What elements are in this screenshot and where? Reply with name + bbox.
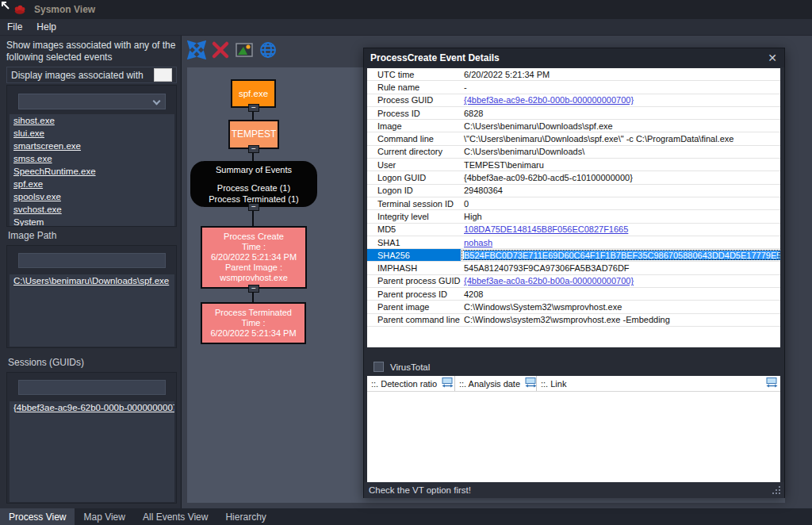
web-lookup-icon[interactable]: [258, 40, 278, 60]
virustotal-checkbox[interactable]: [373, 362, 384, 372]
detail-value: 6828: [461, 107, 780, 119]
vt-column-label: ::. Analysis date: [459, 379, 520, 389]
node-line: Process Create (1): [217, 182, 290, 194]
fit-view-icon[interactable]: [186, 40, 207, 60]
detail-row[interactable]: Logon ID29480364: [367, 185, 780, 197]
display-images-checkbox[interactable]: [154, 68, 172, 82]
sessions-group: {4bbef3ae-ac9e-62b0-000b-0000000007: [6, 372, 177, 504]
vt-column-header[interactable]: ::. Analysis date: [455, 376, 537, 391]
detail-label: MD5: [367, 224, 461, 236]
detail-label: SHA1: [367, 236, 461, 248]
node-line: 6/20/2022 5:21:34 PM: [211, 252, 297, 262]
collapse-toggle-icon[interactable]: [248, 145, 259, 153]
detail-row[interactable]: Parent process ID4208: [367, 288, 780, 301]
detail-row[interactable]: Parent command lineC:\Windows\system32\w…: [367, 314, 780, 327]
column-resize-icon[interactable]: [761, 377, 778, 389]
detail-row[interactable]: Process GUID{4bbef3ae-ac9e-62b0-000b-000…: [367, 94, 780, 107]
detail-row[interactable]: Process ID6828: [367, 107, 780, 120]
detail-row[interactable]: Integrity levelHigh: [367, 210, 780, 223]
tab-all-events-view[interactable]: All Events View: [134, 508, 216, 525]
sessions-list: {4bbef3ae-ac9e-62b0-000b-0000000007: [10, 401, 174, 502]
image-path-filter-input[interactable]: [18, 253, 166, 268]
resize-grip[interactable]: [779, 486, 780, 488]
detail-row[interactable]: Logon GUID{4bbef3ae-ac09-62b0-acd5-c1010…: [367, 171, 780, 184]
sessions-label: Sessions (GUIDs): [8, 357, 84, 368]
image-list-item[interactable]: smss.exe: [10, 152, 174, 165]
detail-row[interactable]: Current directoryC:\Users\benimaru\Downl…: [367, 146, 780, 159]
detail-value: -: [461, 81, 780, 93]
sessions-filter-input[interactable]: [18, 380, 166, 395]
collapse-toggle-icon[interactable]: [248, 203, 259, 211]
detail-value-link[interactable]: 108DA75DE148145B8F056EC0827F1665: [464, 224, 628, 234]
tab-hierarchy[interactable]: Hierarchy: [216, 508, 274, 525]
detail-row[interactable]: ImageC:\Users\benimaru\Downloads\spf.exe: [367, 120, 780, 132]
process-terminated-node[interactable]: Process TerminatedTime :6/20/2022 5:21:3…: [201, 302, 306, 344]
menu-item-help[interactable]: Help: [29, 20, 63, 34]
image-combo[interactable]: [18, 94, 166, 109]
detail-value: \"C:\Users\benimaru\Downloads\spf.exe\" …: [461, 132, 780, 144]
detail-row[interactable]: Parent imageC:\Windows\System32\wsmprovh…: [367, 301, 780, 313]
detail-value-link[interactable]: {4bbef3ae-ac9e-62b0-000b-000000000700}: [464, 95, 634, 105]
image-list-item[interactable]: spf.exe: [10, 178, 174, 190]
detail-label: Current directory: [367, 146, 461, 158]
detail-row[interactable]: Terminal session ID0: [367, 197, 780, 210]
vt-column-header[interactable]: ::. Detection ratio: [367, 376, 455, 391]
detail-row[interactable]: SHA1nohash: [367, 236, 780, 249]
mouse-cursor-icon: [0, 0, 10, 10]
image-list-item[interactable]: slui.exe: [10, 127, 174, 140]
tab-process-view[interactable]: Process View: [0, 508, 75, 525]
process-create-node[interactable]: Process CreateTime :6/20/2022 5:21:34 PM…: [201, 226, 307, 289]
app-window: Sysmon View FileHelp Show images associa…: [0, 0, 812, 525]
image-path-item[interactable]: C:\Users\benimaru\Downloads\spf.exe: [10, 274, 174, 287]
collapse-toggle-icon[interactable]: [248, 104, 259, 112]
image-list-item[interactable]: spoolsv.exe: [10, 190, 174, 203]
column-resize-icon[interactable]: [520, 377, 537, 389]
detail-row[interactable]: Command line\"C:\Users\benimaru\Download…: [367, 132, 780, 145]
export-image-icon[interactable]: [234, 40, 255, 60]
close-icon[interactable]: [768, 52, 777, 64]
view-tab-bar: Process ViewMap ViewAll Events ViewHiera…: [0, 508, 812, 525]
detail-row[interactable]: Rule name-: [367, 81, 780, 94]
detail-row[interactable]: Parent process GUID{4bbef3ae-ac0a-62b0-b…: [367, 275, 780, 288]
node-line: Process Create: [224, 232, 284, 242]
detail-row[interactable]: UTC time6/20/2022 5:21:34 PM: [367, 68, 780, 81]
node-line: Summary of Events: [216, 164, 292, 175]
detail-value-link[interactable]: nohash: [464, 238, 492, 247]
detail-label: User: [367, 159, 461, 171]
display-images-label: Display images associated with: [11, 70, 144, 81]
node-line: Process Terminated: [215, 308, 292, 318]
virustotal-bar: VirusTotal: [367, 358, 780, 376]
detail-value: {4bbef3ae-ac9e-62b0-000b-000000000700}: [461, 94, 780, 106]
details-table: UTC time6/20/2022 5:21:34 PMRule name-Pr…: [367, 68, 780, 347]
menu-item-file[interactable]: File: [0, 20, 29, 34]
node-line: Time :: [242, 242, 266, 252]
summary-node[interactable]: Summary of EventsProcess Create (1)Proce…: [190, 161, 317, 207]
detail-value: C:\Users\benimaru\Downloads\: [461, 146, 780, 158]
detail-value: B524FBC0D73E711E69D60C64F1F1B7BEF35C9867…: [461, 249, 780, 261]
detail-label: Image: [367, 120, 461, 132]
detail-value: C:\Users\benimaru\Downloads\spf.exe: [461, 120, 780, 132]
tab-map-view[interactable]: Map View: [75, 508, 133, 525]
detail-value: 0: [461, 197, 780, 209]
image-list-item[interactable]: System: [10, 216, 174, 226]
collapse-toggle-icon[interactable]: [248, 285, 259, 293]
image-list-item[interactable]: SpeechRuntime.exe: [10, 165, 174, 178]
dialog-header[interactable]: ProcessCreate Event Details: [364, 48, 784, 67]
node-line: TEMPEST: [232, 129, 277, 140]
detail-row[interactable]: SHA256B524FBC0D73E711E69D60C64F1F1B7BEF3…: [367, 249, 780, 262]
detail-label: Parent image: [367, 301, 461, 312]
detail-row[interactable]: IMPHASH545A81240793F9CA97306FA5B3AD76DF: [367, 262, 780, 274]
session-guid-item[interactable]: {4bbef3ae-ac9e-62b0-000b-0000000007: [10, 401, 174, 414]
detail-label: Rule name: [367, 81, 461, 93]
event-details-dialog: ProcessCreate Event Details UTC time6/20…: [363, 48, 785, 498]
image-list-item[interactable]: sihost.exe: [10, 114, 174, 127]
image-list-item[interactable]: smartscreen.exe: [10, 140, 174, 152]
image-list-item[interactable]: svchost.exe: [10, 203, 174, 216]
detail-row[interactable]: UserTEMPEST\benimaru: [367, 159, 780, 171]
vt-column-header[interactable]: ::. Link: [537, 376, 780, 391]
detail-value-link[interactable]: {4bbef3ae-ac0a-62b0-b00a-000000000700}: [464, 276, 634, 285]
detail-row[interactable]: MD5108DA75DE148145B8F056EC0827F1665: [367, 224, 780, 236]
clear-diagram-icon[interactable]: [210, 40, 231, 60]
sidebar: Show images associated with any of the f…: [0, 36, 182, 508]
column-resize-icon[interactable]: [437, 377, 454, 389]
